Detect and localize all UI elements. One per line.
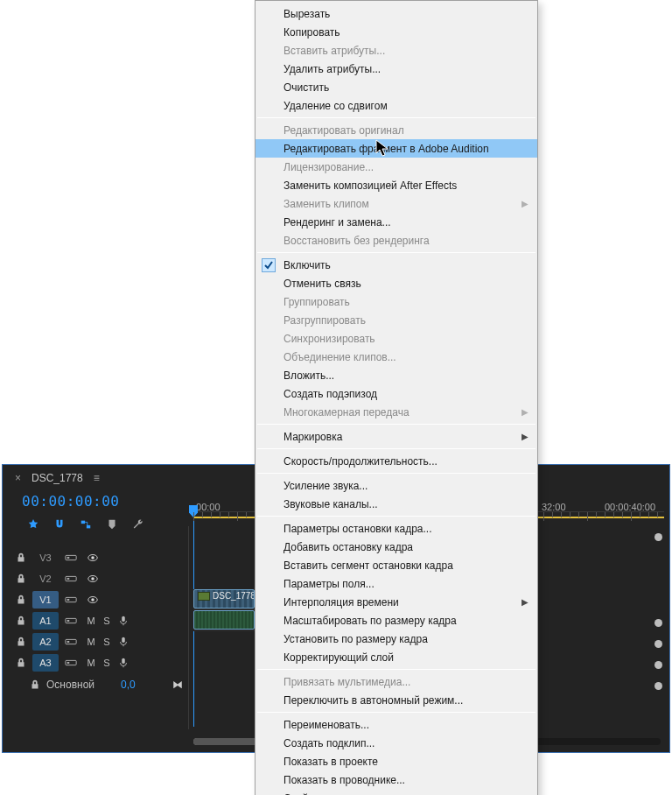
menu-item[interactable]: Добавить остановку кадра xyxy=(256,538,537,556)
playhead-timecode[interactable]: 00:00:00:00 xyxy=(22,493,119,510)
track-fx-icon[interactable] xyxy=(59,652,83,673)
track-resize-handle[interactable] xyxy=(654,682,662,690)
menu-item[interactable]: Включить xyxy=(256,256,537,274)
mute-toggle[interactable]: M xyxy=(83,610,99,631)
menu-item[interactable]: Корректирующий слой xyxy=(256,648,537,666)
menu-item: Разгруппировать xyxy=(256,311,537,329)
bowtie-icon[interactable]: ⧓ xyxy=(172,679,183,691)
menu-item[interactable]: Параметры поля... xyxy=(256,574,537,593)
marker-icon[interactable] xyxy=(106,518,118,531)
track-fx-icon[interactable] xyxy=(59,589,83,610)
track-header-a1[interactable]: A1 M S xyxy=(10,610,188,631)
eye-icon[interactable] xyxy=(83,568,102,589)
menu-item-label: Маркировка xyxy=(284,431,342,443)
linked-selection-icon[interactable] xyxy=(80,518,92,531)
track-header-master[interactable]: Основной 0,0 ⧓ xyxy=(10,673,188,696)
menu-item[interactable]: Удалить атрибуты... xyxy=(256,60,537,78)
track-label[interactable]: A3 xyxy=(32,654,59,672)
menu-item[interactable]: Редактировать фрагмент в Adobe Audition xyxy=(256,139,537,158)
lock-icon[interactable] xyxy=(10,547,32,568)
menu-item[interactable]: Переключить в автономный режим... xyxy=(256,691,537,709)
track-label[interactable]: V1 xyxy=(32,591,59,609)
menu-item[interactable]: Интерполяция времени▶ xyxy=(256,593,537,611)
track-label[interactable]: V2 xyxy=(32,570,59,587)
menu-item-label: Разгруппировать xyxy=(284,314,366,327)
snap-icon[interactable] xyxy=(27,518,39,531)
panel-menu-icon[interactable]: ≡ xyxy=(94,472,100,484)
menu-item[interactable]: Рендеринг и замена... xyxy=(256,213,537,231)
track-fx-icon[interactable] xyxy=(59,631,83,652)
menu-item[interactable]: Звуковые каналы... xyxy=(256,495,537,513)
track-resize-handle[interactable] xyxy=(654,533,662,541)
track-label[interactable]: A2 xyxy=(32,633,59,651)
check-icon xyxy=(262,258,276,272)
menu-item[interactable]: Удаление со сдвигом xyxy=(256,96,537,115)
menu-item-label: Многокамерная передача xyxy=(284,406,410,419)
menu-item[interactable]: Маркировка▶ xyxy=(256,427,537,446)
lock-icon[interactable] xyxy=(10,652,32,673)
track-resize-handle[interactable] xyxy=(654,661,662,669)
audio-clip[interactable] xyxy=(193,610,255,630)
menu-item[interactable]: Свойства xyxy=(256,789,537,795)
menu-item[interactable]: Копировать xyxy=(256,23,537,41)
lock-icon[interactable] xyxy=(10,568,32,589)
wrench-icon[interactable] xyxy=(132,518,144,531)
lock-icon[interactable] xyxy=(29,679,41,691)
track-header-v3[interactable]: V3 xyxy=(10,547,188,568)
track-fx-icon[interactable] xyxy=(59,610,83,631)
mic-icon[interactable] xyxy=(115,631,132,652)
svg-point-13 xyxy=(91,598,94,602)
eye-icon[interactable] xyxy=(83,547,102,568)
master-gain-value[interactable]: 0,0 xyxy=(121,679,136,691)
ruler-tick xyxy=(561,512,562,517)
menu-item: Лицензирование... xyxy=(256,158,537,176)
clip-lane-v1[interactable]: DSC_1778.M xyxy=(193,589,255,610)
menu-item-label: Рендеринг и замена... xyxy=(284,216,391,229)
track-label[interactable]: A1 xyxy=(32,612,59,630)
menu-item[interactable]: Создать подэпизод xyxy=(256,384,537,403)
menu-item[interactable]: Вставить сегмент остановки кадра xyxy=(256,556,537,574)
menu-item[interactable]: Параметры остановки кадра... xyxy=(256,519,537,538)
track-header-a3[interactable]: A3 M S xyxy=(10,652,188,673)
menu-item[interactable]: Показать в проекте xyxy=(256,752,537,770)
menu-item[interactable]: Заменить композицией After Effects xyxy=(256,176,537,194)
track-label[interactable]: V3 xyxy=(32,549,59,566)
menu-item-label: Параметры остановки кадра... xyxy=(284,523,432,535)
track-header-a2[interactable]: A2 M S xyxy=(10,631,188,652)
solo-toggle[interactable]: S xyxy=(99,631,115,652)
menu-item[interactable]: Показать в проводнике... xyxy=(256,770,537,789)
magnet-icon[interactable] xyxy=(53,518,66,531)
track-header-v2[interactable]: V2 xyxy=(10,568,188,589)
mute-toggle[interactable]: M xyxy=(83,631,99,652)
menu-item[interactable]: Вырезать xyxy=(256,4,537,23)
solo-toggle[interactable]: S xyxy=(99,652,115,673)
menu-item[interactable]: Очистить xyxy=(256,78,537,96)
video-clip[interactable]: DSC_1778.M xyxy=(193,589,255,609)
svg-rect-11 xyxy=(67,599,70,601)
mic-icon[interactable] xyxy=(115,652,132,673)
mic-icon[interactable] xyxy=(115,610,132,631)
menu-item[interactable]: Масштабировать по размеру кадра xyxy=(256,611,537,630)
menu-item[interactable]: Скорость/продолжительность... xyxy=(256,452,537,470)
menu-item[interactable]: Переименовать... xyxy=(256,715,537,734)
track-fx-icon[interactable] xyxy=(59,547,83,568)
close-panel-icon[interactable]: × xyxy=(11,472,24,484)
clip-lane-a1[interactable] xyxy=(193,610,255,631)
menu-item[interactable]: Создать подклип... xyxy=(256,734,537,752)
lock-icon[interactable] xyxy=(10,589,32,610)
solo-toggle[interactable]: S xyxy=(99,610,115,631)
menu-item[interactable]: Отменить связь xyxy=(256,274,537,292)
menu-item[interactable]: Установить по размеру кадра xyxy=(256,630,537,648)
lock-icon[interactable] xyxy=(10,610,32,631)
track-fx-icon[interactable] xyxy=(59,568,83,589)
track-resize-handle[interactable] xyxy=(654,640,662,648)
eye-icon[interactable] xyxy=(83,589,102,610)
menu-item-label: Копировать xyxy=(284,26,340,39)
menu-item[interactable]: Вложить... xyxy=(256,366,537,384)
menu-item[interactable]: Усиление звука... xyxy=(256,476,537,495)
track-header-v1[interactable]: V1 xyxy=(10,589,188,610)
mute-toggle[interactable]: M xyxy=(83,652,99,673)
lock-icon[interactable] xyxy=(10,631,32,652)
sequence-name[interactable]: DSC_1778 xyxy=(32,472,83,484)
track-resize-handle[interactable] xyxy=(654,619,662,627)
